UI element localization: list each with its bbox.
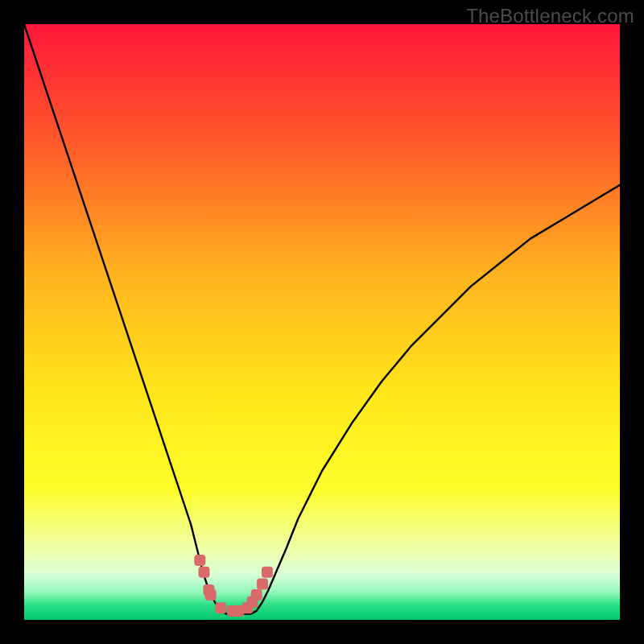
curve-marker (215, 602, 226, 613)
curve-marker (194, 555, 205, 566)
curve-marker (205, 589, 217, 601)
gradient-background (24, 24, 620, 620)
curve-marker (198, 567, 209, 578)
chart-frame: TheBottleneck.com (0, 0, 644, 644)
curve-marker (257, 579, 268, 590)
curve-marker (251, 589, 262, 601)
bottleneck-chart (24, 24, 620, 620)
curve-marker (262, 567, 273, 578)
